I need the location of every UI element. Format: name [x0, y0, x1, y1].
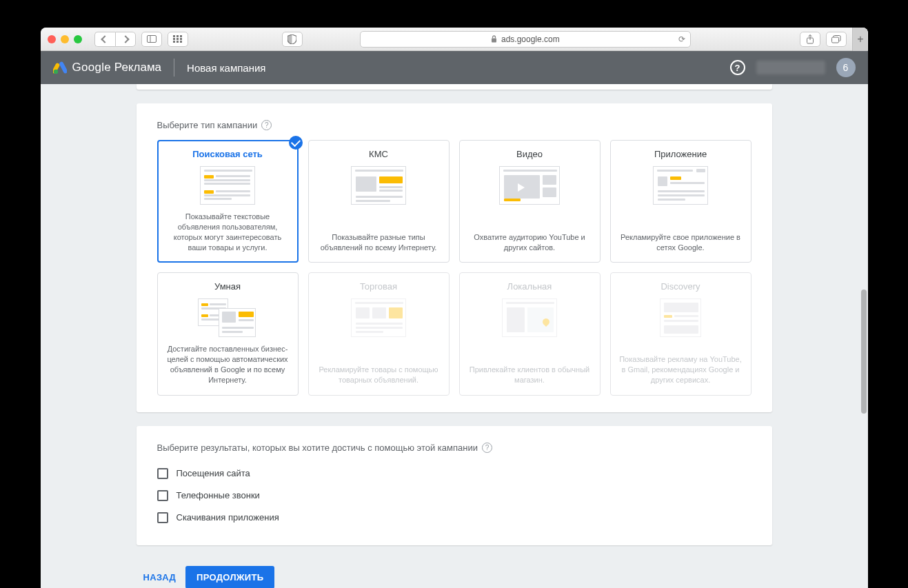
new-tab-button[interactable]: + — [852, 28, 867, 51]
campaign-type-display[interactable]: КМС Показывай — [308, 140, 450, 263]
svg-rect-10 — [180, 41, 182, 43]
result-option-label: Посещения сайта — [176, 468, 250, 478]
wizard-footer: НАЗАД ПРОДОЛЖИТЬ — [137, 559, 772, 588]
google-ads-logo[interactable]: Google Реклама — [53, 61, 162, 74]
campaign-type-search[interactable]: Поисковая сеть — [157, 140, 299, 263]
campaign-type-help-icon[interactable]: ? — [261, 120, 272, 130]
close-window-icon[interactable] — [48, 35, 56, 43]
window-traffic-lights — [48, 35, 82, 43]
page-title: Новая кампания — [187, 62, 265, 74]
account-info-redacted — [756, 61, 825, 74]
campaign-type-description: Привлекайте клиентов в обычный магазин. — [468, 365, 592, 385]
previous-card-edge — [137, 84, 772, 90]
campaign-type-description: Рекламируйте товары с помощью товарных о… — [317, 365, 441, 385]
svg-rect-8 — [173, 41, 175, 43]
svg-rect-5 — [173, 38, 175, 40]
results-help-icon[interactable]: ? — [482, 443, 492, 453]
campaign-type-video[interactable]: Видео Охватите аудиторию YouTu — [459, 140, 601, 263]
browser-window: ads.google.com ⟳ + Google Реклама Новая … — [41, 28, 868, 588]
svg-rect-3 — [176, 35, 179, 37]
result-option-phone-calls[interactable]: Телефонные звонки — [157, 485, 751, 507]
campaign-type-title: Видео — [516, 149, 543, 159]
brand-google: Google — [72, 61, 112, 74]
checkbox-icon[interactable] — [157, 490, 168, 501]
campaign-type-description: Показывайте рекламу на YouTube, в Gmail,… — [619, 354, 743, 385]
svg-rect-0 — [147, 36, 156, 43]
campaign-type-illustration — [351, 166, 406, 205]
svg-rect-2 — [173, 35, 175, 37]
maximize-window-icon[interactable] — [74, 35, 82, 43]
back-button[interactable] — [94, 32, 115, 47]
campaign-type-illustration — [653, 166, 708, 205]
app-header: Google Реклама Новая кампания ? 6 — [41, 51, 868, 84]
svg-rect-7 — [180, 38, 182, 40]
svg-rect-4 — [180, 35, 182, 37]
campaign-type-app[interactable]: Приложение — [610, 140, 751, 263]
privacy-shield-icon[interactable] — [282, 32, 303, 47]
avatar[interactable]: 6 — [836, 58, 856, 77]
top-sites-icon[interactable] — [168, 32, 188, 47]
svg-rect-15 — [832, 37, 839, 43]
lock-icon — [491, 35, 497, 43]
campaign-type-title: Локальная — [507, 281, 552, 292]
svg-rect-17 — [59, 61, 67, 74]
campaign-type-description: Показывайте разные типы объявлений по вс… — [317, 232, 441, 253]
campaign-type-illustration — [198, 298, 257, 337]
result-option-label: Скачивания приложения — [176, 512, 279, 523]
campaign-type-illustration — [499, 166, 560, 205]
minimize-window-icon[interactable] — [61, 35, 69, 43]
results-label: Выберите результаты, которых вы хотите д… — [157, 443, 478, 453]
campaign-type-card: Выберите тип кампании ? Поисковая сеть — [137, 103, 772, 412]
reload-icon[interactable]: ⟳ — [678, 34, 685, 44]
help-icon[interactable]: ? — [730, 60, 745, 75]
campaign-type-title: Торговая — [360, 281, 397, 292]
result-option-app-downloads[interactable]: Скачивания приложения — [157, 507, 751, 529]
campaign-type-illustration — [200, 166, 255, 205]
campaign-type-local: Локальная Привлекайте клиентов в обычный… — [459, 272, 601, 395]
sidebar-toggle-icon[interactable] — [141, 32, 162, 47]
tabs-icon[interactable] — [826, 32, 847, 47]
svg-rect-6 — [176, 38, 179, 40]
address-url: ads.google.com — [501, 34, 560, 44]
checkbox-icon[interactable] — [157, 468, 168, 479]
svg-rect-11 — [492, 39, 496, 43]
continue-button[interactable]: ПРОДОЛЖИТЬ — [185, 566, 274, 588]
campaign-type-title: Discovery — [660, 281, 700, 292]
campaign-type-title: Приложение — [654, 149, 707, 159]
results-card: Выберите результаты, которых вы хотите д… — [137, 426, 772, 545]
svg-rect-9 — [176, 41, 179, 43]
back-button[interactable]: НАЗАД — [143, 572, 176, 582]
checkbox-icon[interactable] — [157, 512, 168, 523]
campaign-type-illustration — [351, 298, 406, 337]
campaign-type-label: Выберите тип кампании — [157, 120, 258, 130]
result-option-label: Телефонные звонки — [176, 490, 260, 500]
campaign-type-discovery: Discovery Показывайте рекламу на YouTube… — [610, 272, 751, 395]
share-icon[interactable] — [800, 32, 820, 47]
forward-button[interactable] — [115, 32, 136, 47]
campaign-type-illustration — [502, 298, 557, 337]
campaign-type-description: Показывайте текстовые объявления пользов… — [166, 212, 290, 252]
safari-toolbar: ads.google.com ⟳ + — [41, 28, 868, 51]
result-option-site-visits[interactable]: Посещения сайта — [157, 463, 751, 485]
page-body: Выберите тип кампании ? Поисковая сеть — [41, 84, 868, 588]
campaign-type-illustration — [660, 298, 701, 337]
nav-buttons — [94, 32, 136, 47]
scrollbar-thumb[interactable] — [861, 290, 867, 414]
google-ads-icon — [53, 61, 65, 74]
svg-point-18 — [53, 70, 57, 74]
campaign-type-description: Достигайте поставленных бизнес-целей с п… — [166, 344, 290, 385]
header-divider — [174, 59, 174, 77]
checkmark-icon — [289, 136, 303, 150]
address-bar[interactable]: ads.google.com ⟳ — [360, 31, 691, 48]
campaign-type-description: Охватите аудиторию YouTube и других сайт… — [468, 232, 592, 253]
campaign-type-smart[interactable]: Умная — [157, 272, 299, 395]
campaign-type-title: Умная — [214, 281, 241, 292]
campaign-type-title: КМС — [369, 149, 388, 159]
campaign-type-shopping: Торговая Рекл — [308, 272, 450, 395]
brand-ads: Реклама — [114, 61, 161, 74]
campaign-type-title: Поисковая сеть — [192, 149, 263, 159]
campaign-type-description: Рекламируйте свое приложение в сетях Goo… — [619, 232, 743, 253]
